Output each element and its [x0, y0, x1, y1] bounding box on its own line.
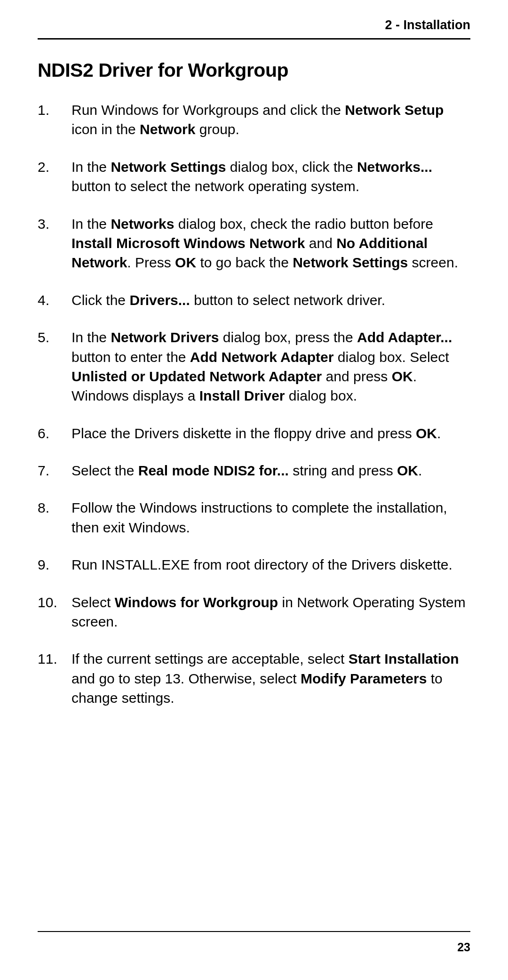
step-1: Run Windows for Workgroups and click the… [38, 100, 470, 139]
step-8: Follow the Windows instructions to compl… [38, 498, 470, 537]
instruction-list: Run Windows for Workgroups and click the… [38, 100, 470, 708]
footer: 23 [38, 931, 470, 954]
step-5: In the Network Drivers dialog box, press… [38, 328, 470, 406]
page-number: 23 [457, 940, 470, 954]
step-3: In the Networks dialog box, check the ra… [38, 214, 470, 273]
section-heading: NDIS2 Driver for Workgroup [38, 59, 470, 81]
step-2: In the Network Settings dialog box, clic… [38, 157, 470, 196]
step-10: Select Windows for Workgroup in Network … [38, 593, 470, 632]
step-11: If the current settings are acceptable, … [38, 649, 470, 707]
chapter-label: 2 - Installation [385, 18, 470, 32]
step-6: Place the Drivers diskette in the floppy… [38, 424, 470, 443]
step-4: Click the Drivers... button to select ne… [38, 290, 470, 310]
header: 2 - Installation [38, 18, 470, 40]
step-7: Select the Real mode NDIS2 for... string… [38, 461, 470, 480]
step-9: Run INSTALL.EXE from root directory of t… [38, 555, 470, 574]
